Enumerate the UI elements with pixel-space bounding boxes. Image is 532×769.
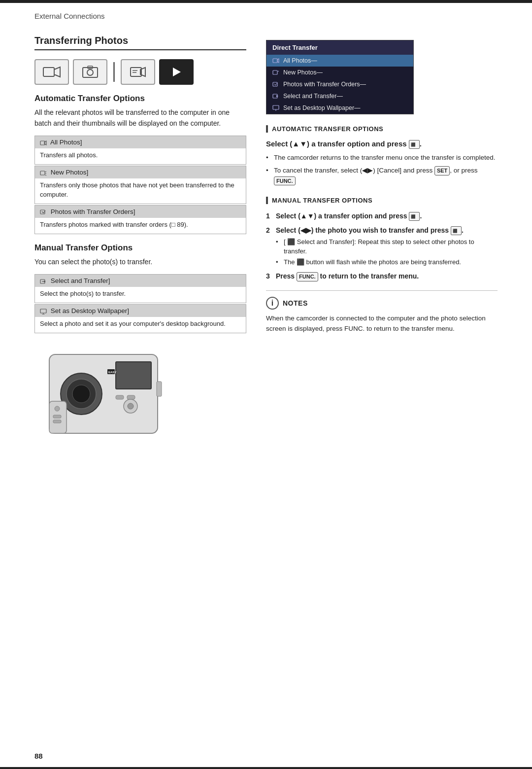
section-title: Transferring Photos bbox=[34, 35, 246, 50]
option-select-transfer-header: Select and Transfer] bbox=[35, 275, 246, 287]
auto-bullet-1: The camcorder returns to the transfer me… bbox=[266, 153, 498, 163]
dt-item-label: All Photos— bbox=[283, 57, 317, 64]
option-desktop-wallpaper-desc: Select a photo and set it as your comput… bbox=[35, 317, 246, 333]
option-select-transfer: Select and Transfer] Select the photo(s)… bbox=[34, 274, 246, 303]
dt-item-all-photos: All Photos— bbox=[266, 55, 413, 67]
dt-item-new-photos: New Photos— bbox=[266, 67, 413, 78]
svg-rect-27 bbox=[116, 362, 151, 389]
svg-rect-30 bbox=[116, 395, 124, 399]
step-num-1: 1 bbox=[266, 211, 270, 221]
manual-options-group: Select and Transfer] Select the photo(s)… bbox=[34, 274, 246, 333]
svg-line-15 bbox=[45, 175, 46, 175]
step-num-2: 2 bbox=[266, 225, 270, 236]
manual-transfer-section-heading: Manual Transfer Options bbox=[266, 197, 498, 204]
option-transfer-orders-desc: Transfers photos marked with transfer or… bbox=[35, 218, 246, 234]
svg-rect-12 bbox=[40, 171, 45, 175]
svg-rect-31 bbox=[127, 395, 135, 399]
svg-marker-1 bbox=[54, 67, 60, 77]
svg-rect-46 bbox=[273, 105, 279, 109]
step-num-3: 3 bbox=[266, 271, 270, 281]
step-2-subbullets: [ ⬛ Select and Transfer]: Repeat this st… bbox=[276, 238, 498, 268]
svg-rect-41 bbox=[273, 70, 277, 74]
svg-point-29 bbox=[128, 403, 133, 409]
auto-transfer-title: Automatic Transfer Options bbox=[34, 94, 246, 104]
step-2-text: Select (◀▶) the photo you wish to transf… bbox=[276, 226, 464, 234]
option-all-photos-desc: Transfers all photos. bbox=[35, 148, 246, 164]
dt-item-label: Set as Desktop Wallpaper— bbox=[283, 105, 361, 111]
icon-btn-photo[interactable] bbox=[73, 59, 107, 85]
auto-instruction: Select (▲▼) a transfer option and press … bbox=[266, 140, 498, 149]
svg-rect-5 bbox=[131, 68, 141, 76]
icon-btn-transfer[interactable] bbox=[121, 59, 155, 85]
dt-menu-header: Direct Transfer bbox=[266, 40, 413, 55]
manual-transfer-desc: You can select the photo(s) to transfer. bbox=[34, 257, 246, 268]
step-2-sub-2: The ⬛ button will flash while the photos… bbox=[276, 258, 498, 267]
option-all-photos-header: All Photos] bbox=[35, 136, 246, 148]
option-new-photos: New Photos] Transfers only those photos … bbox=[34, 166, 246, 204]
dt-item-transfer-orders: Photos with Transfer Orders— bbox=[266, 78, 413, 90]
manual-step-2: 2 Select (◀▶) the photo you wish to tran… bbox=[266, 225, 498, 268]
external-connections-label: External Connections bbox=[34, 12, 498, 20]
option-new-photos-desc: Transfers only those photos that have no… bbox=[35, 178, 246, 204]
dt-item-label: Select and Transfer— bbox=[283, 93, 343, 100]
svg-point-26 bbox=[72, 385, 90, 403]
option-new-photos-header: New Photos] bbox=[35, 166, 246, 178]
option-select-transfer-desc: Select the photo(s) to transfer. bbox=[35, 287, 246, 303]
func-key: FUNC. bbox=[274, 176, 296, 186]
notes-icon: i bbox=[266, 297, 279, 310]
svg-rect-43 bbox=[273, 82, 277, 86]
option-transfer-orders: Photos with Transfer Orders] Transfers p… bbox=[34, 205, 246, 234]
auto-bullets: The camcorder returns to the transfer me… bbox=[266, 153, 498, 186]
right-column: Direct Transfer All Photos— New Photos— … bbox=[266, 35, 498, 441]
svg-marker-11 bbox=[44, 141, 46, 145]
auto-transfer-desc: All the relevant photos will be transfer… bbox=[34, 107, 246, 129]
svg-marker-40 bbox=[277, 59, 279, 63]
dt-item-desktop: Set as Desktop Wallpaper— bbox=[266, 102, 413, 114]
set-key: SET bbox=[434, 166, 450, 175]
option-desktop-wallpaper-header: Set as Desktop Wallpaper] bbox=[35, 305, 246, 317]
page-number: 88 bbox=[34, 752, 43, 760]
auto-transfer-section-heading: Automatic Transfer Options bbox=[266, 125, 498, 133]
svg-rect-20 bbox=[40, 309, 46, 313]
icon-btn-play[interactable] bbox=[159, 59, 194, 85]
icon-bar bbox=[34, 59, 246, 85]
svg-line-13 bbox=[45, 172, 46, 172]
dt-item-label: Photos with Transfer Orders— bbox=[283, 81, 366, 88]
svg-rect-36 bbox=[53, 415, 61, 418]
direct-transfer-menu: Direct Transfer All Photos— New Photos— … bbox=[266, 40, 414, 114]
manual-steps: 1 Select (▲▼) a transfer option and pres… bbox=[266, 211, 498, 282]
auto-transfer-heading-text: Automatic Transfer Options bbox=[272, 125, 383, 133]
option-all-photos: All Photos] Transfers all photos. bbox=[34, 136, 246, 165]
step-2-sub-1: [ ⬛ Select and Transfer]: Repeat this st… bbox=[276, 238, 498, 256]
svg-rect-0 bbox=[43, 68, 54, 76]
main-content: Transferring Photos bbox=[0, 35, 532, 441]
manual-step-3: 3 Press FUNC. to return to the transfer … bbox=[266, 271, 498, 281]
svg-text:⬛: ⬛ bbox=[411, 214, 416, 219]
option-desktop-wallpaper: Set as Desktop Wallpaper] Select a photo… bbox=[34, 304, 246, 333]
icon-separator bbox=[113, 62, 115, 82]
svg-point-3 bbox=[87, 70, 93, 75]
svg-rect-37 bbox=[53, 420, 61, 423]
page: External Connections Transferring Photos bbox=[0, 0, 532, 769]
notes-text: When the camcorder is connected to the c… bbox=[266, 314, 498, 334]
manual-transfer-heading-text: Manual Transfer Options bbox=[272, 197, 372, 204]
manual-transfer-title: Manual Transfer Options bbox=[34, 243, 246, 253]
svg-text:⬛: ⬛ bbox=[411, 142, 416, 147]
auto-bullet-2: To cancel the transfer, select (◀▶) [Can… bbox=[266, 166, 498, 186]
svg-text:EASY: EASY bbox=[108, 371, 116, 374]
icon-btn-video[interactable] bbox=[34, 59, 69, 85]
step-1-text: Select (▲▼) a transfer option and press … bbox=[276, 212, 422, 220]
svg-rect-38 bbox=[157, 382, 162, 396]
auto-options-group: All Photos] Transfers all photos. New Ph… bbox=[34, 136, 246, 234]
left-column: Transferring Photos bbox=[34, 35, 246, 441]
header-section: External Connections bbox=[0, 3, 532, 20]
func-key-3: FUNC. bbox=[297, 272, 318, 281]
svg-marker-9 bbox=[173, 68, 181, 76]
step-3-text: Press FUNC. to return to the transfer me… bbox=[276, 272, 419, 280]
camera-illustration: EASY bbox=[34, 342, 172, 441]
bottom-border bbox=[0, 767, 532, 769]
svg-point-35 bbox=[55, 406, 60, 411]
dt-item-label: New Photos— bbox=[283, 69, 323, 76]
notes-section: i Notes When the camcorder is connected … bbox=[266, 290, 498, 334]
svg-line-42 bbox=[278, 71, 279, 71]
